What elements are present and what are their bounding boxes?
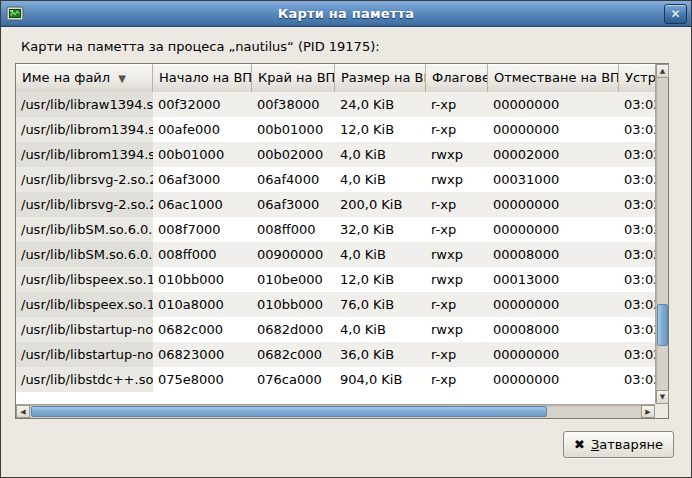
table-row[interactable]: /usr/lib/libSM.so.6.0.0 008f7000 008ff00… xyxy=(16,217,655,242)
close-button[interactable]: ✖ Затваряне xyxy=(563,431,674,458)
cell-vm-offset: 00031000 xyxy=(488,167,619,192)
table-row[interactable]: /usr/lib/librsvg-2.so.2 06ac1000 06af300… xyxy=(16,192,655,217)
cell-filename: /usr/lib/librsvg-2.so.2 xyxy=(16,192,153,217)
table-header-row: Име на файл ▼ Начало на ВП Край на ВП Ра… xyxy=(16,64,655,92)
cell-flags: r-xp xyxy=(426,92,488,117)
cell-vm-start: 008ff000 xyxy=(153,242,252,267)
cell-filename: /usr/lib/libraw1394.so xyxy=(16,92,153,117)
cell-vm-end: 008ff000 xyxy=(252,217,335,242)
table-row[interactable]: /usr/lib/librom1394.so 00b01000 00b02000… xyxy=(16,142,655,167)
cell-flags: rwxp xyxy=(426,317,488,342)
cell-vm-start: 00afe000 xyxy=(153,117,252,142)
cell-flags: rwxp xyxy=(426,167,488,192)
cell-device: 03:02 xyxy=(619,217,655,242)
table-row[interactable]: /usr/lib/librsvg-2.so.2 06af3000 06af400… xyxy=(16,167,655,192)
titlebar[interactable]: Карти на паметта ✕ xyxy=(1,1,691,27)
cell-vm-offset: 00000000 xyxy=(488,292,619,317)
cell-flags: rwxp xyxy=(426,242,488,267)
table-row[interactable]: /usr/lib/libstartup-not 0682c000 0682d00… xyxy=(16,317,655,342)
cell-vm-end: 0682d000 xyxy=(252,317,335,342)
window-close-icon[interactable]: ✕ xyxy=(664,4,687,24)
table-row[interactable]: /usr/lib/libstartup-not 06823000 0682c00… xyxy=(16,342,655,367)
column-header-vm-end[interactable]: Край на ВП xyxy=(252,64,335,92)
cell-device: 03:02 xyxy=(619,192,655,217)
table-row[interactable]: /usr/lib/librom1394.so 00afe000 00b01000… xyxy=(16,117,655,142)
table-row[interactable]: /usr/lib/libspeex.so.1 010a8000 010bb000… xyxy=(16,292,655,317)
cell-vm-offset: 00000000 xyxy=(488,192,619,217)
cell-vm-size: 12,0 KiB xyxy=(335,117,426,142)
table-row[interactable]: /usr/lib/libstdc++.so. 075e8000 076ca000… xyxy=(16,367,655,392)
table-row[interactable]: /usr/lib/libSM.so.6.0.0 008ff000 0090000… xyxy=(16,242,655,267)
cell-filename: /usr/lib/librsvg-2.so.2 xyxy=(16,167,153,192)
vertical-scrollbar[interactable]: ▲ ▼ xyxy=(655,64,668,404)
cell-filename: /usr/lib/libSM.so.6.0.0 xyxy=(16,217,153,242)
cell-device: 03:02 xyxy=(619,267,655,292)
cell-vm-start: 010bb000 xyxy=(153,267,252,292)
close-button-label: Затваряне xyxy=(591,437,663,452)
cell-filename: /usr/lib/librom1394.so xyxy=(16,117,153,142)
cell-vm-offset: 00000000 xyxy=(488,117,619,142)
cell-device: 03:02 xyxy=(619,167,655,192)
cell-vm-start: 00f32000 xyxy=(153,92,252,117)
cell-filename: /usr/lib/libstartup-not xyxy=(16,342,153,367)
cell-vm-start: 06af3000 xyxy=(153,167,252,192)
cell-vm-end: 010be000 xyxy=(252,267,335,292)
cell-flags: r-xp xyxy=(426,217,488,242)
cell-flags: r-xp xyxy=(426,342,488,367)
cell-filename: /usr/lib/libstartup-not xyxy=(16,317,153,342)
cell-filename: /usr/lib/libstdc++.so. xyxy=(16,367,153,392)
cell-vm-offset: 00013000 xyxy=(488,267,619,292)
cell-vm-end: 00b02000 xyxy=(252,142,335,167)
cell-vm-end: 00b01000 xyxy=(252,117,335,142)
cell-vm-start: 0682c000 xyxy=(153,317,252,342)
cell-device: 03:02 xyxy=(619,242,655,267)
scroll-left-icon[interactable]: ◀ xyxy=(16,405,30,418)
cell-flags: rwxp xyxy=(426,267,488,292)
cell-flags: r-xp xyxy=(426,367,488,392)
column-header-flags[interactable]: Флагове xyxy=(426,64,488,92)
cell-vm-size: 76,0 KiB xyxy=(335,292,426,317)
cell-vm-end: 00f38000 xyxy=(252,92,335,117)
cell-vm-offset: 00008000 xyxy=(488,242,619,267)
column-header-vm-size[interactable]: Размер на ВП xyxy=(335,64,426,92)
horizontal-scrollbar[interactable]: ◀ ▶ xyxy=(16,404,655,418)
cell-flags: r-xp xyxy=(426,192,488,217)
cell-filename: /usr/lib/libspeex.so.1 xyxy=(16,267,153,292)
cell-vm-size: 12,0 KiB xyxy=(335,267,426,292)
cell-device: 03:02 xyxy=(619,142,655,167)
cell-vm-start: 010a8000 xyxy=(153,292,252,317)
cell-flags: r-xp xyxy=(426,117,488,142)
horizontal-scrollbar-thumb[interactable] xyxy=(31,406,547,417)
table-row[interactable]: /usr/lib/libraw1394.so 00f32000 00f38000… xyxy=(16,92,655,117)
cell-filename: /usr/lib/librom1394.so xyxy=(16,142,153,167)
scroll-down-icon[interactable]: ▼ xyxy=(656,390,669,404)
window-title: Карти на паметта xyxy=(1,6,691,21)
column-header-vm-offset[interactable]: Отместване на ВП xyxy=(488,64,619,92)
cell-vm-size: 4,0 KiB xyxy=(335,242,426,267)
cell-device: 03:02 xyxy=(619,92,655,117)
close-icon: ✖ xyxy=(574,438,585,451)
scroll-up-icon[interactable]: ▲ xyxy=(656,64,669,78)
cell-vm-end: 0682c000 xyxy=(252,342,335,367)
cell-flags: rwxp xyxy=(426,142,488,167)
table-row[interactable]: /usr/lib/libspeex.so.1 010bb000 010be000… xyxy=(16,267,655,292)
sort-descending-icon: ▼ xyxy=(118,64,126,92)
cell-device: 03:02 xyxy=(619,367,655,392)
cell-vm-start: 06ac1000 xyxy=(153,192,252,217)
column-header-device[interactable]: Устройство xyxy=(619,64,655,92)
column-header-filename[interactable]: Име на файл ▼ xyxy=(16,64,153,92)
cell-device: 03:02 xyxy=(619,117,655,142)
cell-vm-end: 076ca000 xyxy=(252,367,335,392)
memory-maps-table: Име на файл ▼ Начало на ВП Край на ВП Ра… xyxy=(15,63,669,419)
vertical-scrollbar-thumb[interactable] xyxy=(657,304,668,346)
cell-vm-size: 36,0 KiB xyxy=(335,342,426,367)
cell-vm-offset: 00008000 xyxy=(488,317,619,342)
cell-vm-offset: 00000000 xyxy=(488,92,619,117)
cell-vm-offset: 00000000 xyxy=(488,367,619,392)
column-header-vm-start[interactable]: Начало на ВП xyxy=(153,64,252,92)
cell-filename: /usr/lib/libSM.so.6.0.0 xyxy=(16,242,153,267)
memory-maps-dialog: Карти на паметта ✕ Карти на паметта за п… xyxy=(0,0,692,478)
scroll-right-icon[interactable]: ▶ xyxy=(641,405,655,418)
cell-vm-size: 24,0 KiB xyxy=(335,92,426,117)
cell-flags: r-xp xyxy=(426,292,488,317)
